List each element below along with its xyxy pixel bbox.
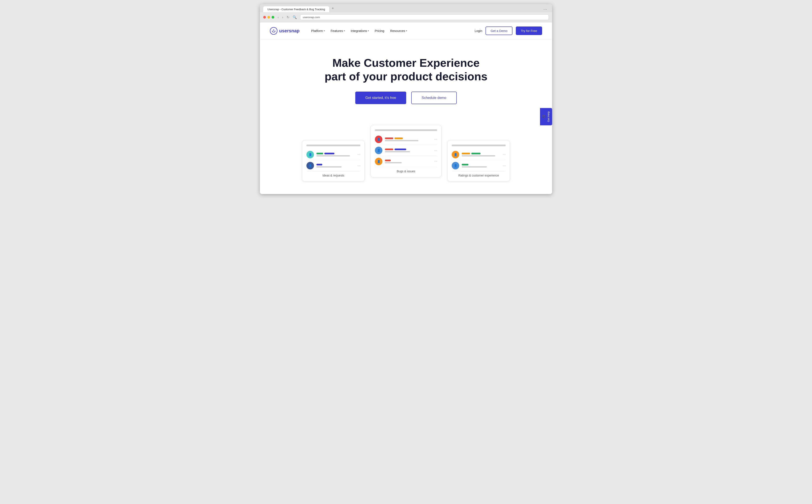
nav-integrations[interactable]: Integrations ▾ [351, 29, 369, 33]
bar-green-long [471, 153, 481, 154]
login-button[interactable]: Login [475, 29, 483, 33]
card-row: 👤 ⋯ [452, 149, 506, 160]
bar-red [385, 149, 393, 150]
site-navbar: usersnap Platform ▾ Features ▾ Integrati… [260, 22, 552, 39]
card-header-bar [452, 145, 506, 146]
new-tab-button[interactable]: + [330, 5, 336, 11]
logo-text: usersnap [279, 28, 299, 34]
card-content [316, 153, 355, 156]
search-button[interactable]: 🔍 [292, 15, 298, 20]
menu-dots-icon: ⋯ [434, 149, 437, 152]
avatar-teal: 👤 [306, 151, 314, 158]
bar-yellow [394, 137, 403, 139]
address-bar[interactable]: usersnap.com [300, 14, 549, 20]
menu-dots-icon: ⋯ [503, 164, 506, 167]
text-line [462, 166, 487, 168]
card-content [462, 153, 500, 156]
bar-group [462, 153, 500, 154]
bar-group [385, 149, 432, 150]
card-content [385, 137, 432, 141]
card-row: 👤 ⋯ [375, 134, 437, 145]
avatar-dark-blue: 👤 [306, 162, 314, 169]
text-line [385, 140, 418, 141]
text-line [316, 155, 350, 156]
browser-window: Usersnap - Customer Feedback & Bug Track… [260, 4, 552, 194]
bar-green [316, 153, 323, 154]
get-help-button[interactable]: 🎧 Get Help [540, 108, 552, 125]
nav-features[interactable]: Features ▾ [331, 29, 345, 33]
bugs-card-label: Bugs & issues [375, 170, 437, 173]
website-content: usersnap Platform ▾ Features ▾ Integrati… [260, 22, 552, 194]
bar-yellow [462, 153, 470, 154]
text-line [385, 151, 410, 152]
nav-actions: Login Get a Demo Try for Free [475, 26, 542, 35]
get-help-icon: 🎧 [542, 115, 545, 118]
get-help-label: Get Help [547, 111, 550, 122]
tab-title: Usersnap - Customer Feedback & Bug Track… [267, 8, 325, 11]
browser-tab-bar: Usersnap - Customer Feedback & Bug Track… [260, 4, 552, 12]
text-line [316, 166, 341, 168]
menu-dots-icon: ⋯ [434, 138, 437, 141]
platform-chevron-icon: ▾ [324, 30, 325, 32]
hero-buttons: Get started, it's free Schedule demo [270, 92, 542, 104]
nav-pricing[interactable]: Pricing [375, 29, 384, 33]
maximize-dot[interactable] [271, 16, 274, 19]
bar-group [385, 160, 432, 161]
avatar-orange-2: 👤 [452, 151, 459, 158]
card-row: 👤 ⋯ [375, 156, 437, 167]
nav-links: Platform ▾ Features ▾ Integrations ▾ Pri… [311, 29, 468, 33]
text-line [462, 155, 495, 156]
bugs-card: 👤 ⋯ 👤 [370, 125, 442, 177]
menu-dots-icon: ⋯ [357, 153, 360, 156]
nav-platform[interactable]: Platform ▾ [311, 29, 325, 33]
bar-short-red [385, 160, 391, 161]
bar-group [316, 164, 355, 165]
usersnap-logo-icon [270, 27, 277, 35]
card-row: 👤 ⋯ [306, 160, 360, 171]
window-controls [263, 16, 274, 19]
card-row: 👤 ⋯ [306, 149, 360, 160]
card-content [385, 160, 432, 163]
avatar-blue-2: 👤 [452, 162, 459, 169]
schedule-demo-button[interactable]: Schedule demo [411, 92, 457, 104]
logo-link[interactable]: usersnap [270, 27, 299, 35]
avatar-orange: 👤 [375, 158, 382, 165]
forward-button[interactable]: › [281, 15, 284, 20]
ratings-card-label: Ratings & customer experience [452, 174, 506, 177]
resources-chevron-icon: ▾ [406, 30, 407, 32]
get-demo-button[interactable]: Get a Demo [486, 26, 513, 35]
refresh-button[interactable]: ↻ [286, 15, 290, 20]
bar-blue [324, 153, 334, 154]
hero-title: Make Customer Experience part of your pr… [270, 56, 542, 83]
nav-resources[interactable]: Resources ▾ [390, 29, 407, 33]
browser-tab[interactable]: Usersnap - Customer Feedback & Bug Track… [263, 6, 329, 12]
browser-menu-button[interactable]: ⋯ [542, 6, 549, 12]
get-started-button[interactable]: Get started, it's free [355, 92, 406, 104]
bar-short-blue [316, 164, 322, 165]
svg-point-1 [273, 29, 274, 30]
card-header-bar [306, 145, 360, 146]
card-content [385, 149, 432, 152]
bar-group [385, 137, 432, 139]
back-button[interactable]: ‹ [277, 15, 279, 20]
text-line [385, 162, 401, 163]
menu-dots-icon: ⋯ [434, 160, 437, 163]
bar-group [316, 153, 355, 154]
browser-nav: ‹ › ↻ 🔍 [277, 15, 298, 20]
ideas-card: 👤 ⋯ 👤 [302, 140, 365, 181]
close-dot[interactable] [263, 16, 266, 19]
minimize-dot[interactable] [267, 16, 270, 19]
address-text: usersnap.com [303, 16, 320, 19]
card-content [316, 164, 355, 168]
svg-point-0 [270, 27, 277, 34]
avatar-red: 👤 [375, 136, 382, 143]
features-chevron-icon: ▾ [344, 30, 345, 32]
ratings-card: 👤 ⋯ 👤 [447, 140, 510, 181]
card-row: 👤 ⋯ [375, 145, 437, 156]
bar-group [462, 164, 500, 165]
ideas-card-label: Ideas & requests [306, 174, 360, 177]
try-free-button[interactable]: Try for Free [516, 26, 542, 35]
bar-red [385, 137, 393, 139]
menu-dots-icon: ⋯ [503, 153, 506, 156]
browser-toolbar: ‹ › ↻ 🔍 usersnap.com [260, 12, 552, 22]
